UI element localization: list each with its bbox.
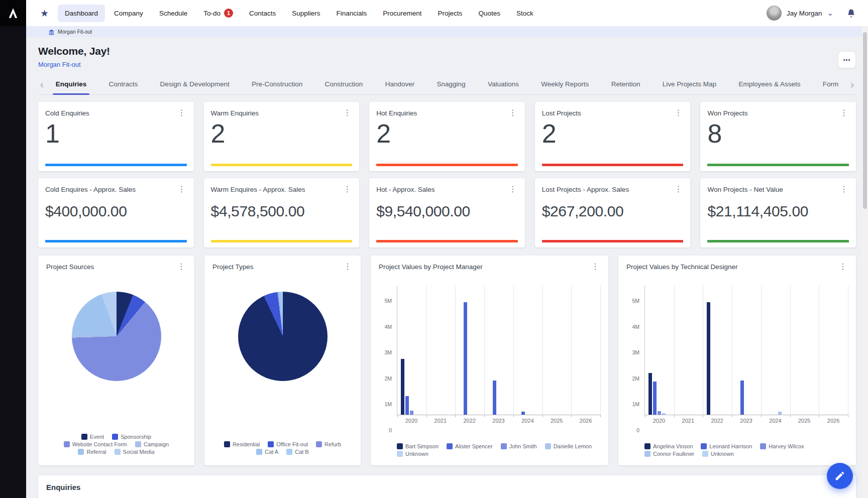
kebab-menu-icon[interactable]: ⋮ bbox=[177, 109, 187, 116]
scrollbar-thumb[interactable] bbox=[863, 32, 867, 209]
legend-item-unknown[interactable]: Unknown bbox=[702, 451, 734, 457]
edit-fab[interactable] bbox=[827, 463, 853, 489]
legend-item-connor-faulkner[interactable]: Connor Faulkner bbox=[644, 451, 694, 457]
more-options-button[interactable]: ••• bbox=[838, 51, 856, 68]
scrollbar[interactable] bbox=[862, 26, 868, 498]
kebab-menu-icon[interactable]: ⋮ bbox=[673, 109, 683, 116]
kebab-menu-icon[interactable]: ⋮ bbox=[673, 186, 683, 193]
pie-chart bbox=[238, 292, 328, 381]
kebab-menu-icon[interactable]: ⋮ bbox=[177, 186, 187, 193]
legend-item-cat-b[interactable]: Cat B bbox=[286, 449, 309, 455]
tab-pre-construction[interactable]: Pre-Construction bbox=[247, 74, 307, 94]
tab-live-projects-map[interactable]: Live Projects Map bbox=[658, 74, 721, 94]
favorite-star-icon[interactable]: ★ bbox=[40, 8, 49, 19]
tab-handover[interactable]: Handover bbox=[380, 74, 420, 94]
bell-icon[interactable] bbox=[846, 9, 856, 18]
legend-item-social-media[interactable]: Social Media bbox=[115, 449, 155, 455]
bar-bart-simpson bbox=[401, 359, 404, 415]
legend-item-leonard-harrison[interactable]: Leonard Harrison bbox=[701, 443, 752, 449]
legend-label: Bart Simpson bbox=[405, 443, 439, 449]
gridline bbox=[513, 286, 514, 415]
kebab-menu-icon[interactable]: ⋮ bbox=[343, 263, 353, 270]
tab-construction[interactable]: Construction bbox=[320, 74, 368, 94]
legend-swatch bbox=[545, 443, 551, 449]
tab-weekly-reports[interactable]: Weekly Reports bbox=[536, 74, 594, 94]
legend-label: Office Fit-out bbox=[276, 441, 308, 447]
kebab-menu-icon[interactable]: ⋮ bbox=[508, 186, 518, 193]
kebab-menu-icon[interactable]: ⋮ bbox=[590, 263, 600, 270]
legend-item-office-fit-out[interactable]: Office Fit-out bbox=[268, 441, 308, 447]
kebab-menu-icon[interactable]: ⋮ bbox=[342, 109, 352, 116]
nav-item-financials[interactable]: Financials bbox=[330, 5, 374, 22]
ellipsis-icon: ••• bbox=[843, 57, 851, 63]
legend-item-danielle-lemon[interactable]: Danielle Lemon bbox=[545, 443, 592, 449]
nav-item-contacts[interactable]: Contacts bbox=[242, 5, 283, 22]
legend-item-referral[interactable]: Referral bbox=[78, 449, 106, 455]
tab-snagging[interactable]: Snagging bbox=[432, 74, 471, 94]
tab-contracts[interactable]: Contracts bbox=[104, 74, 143, 94]
user-avatar[interactable] bbox=[767, 6, 782, 21]
nav-item-schedule[interactable]: Schedule bbox=[152, 5, 194, 22]
legend-item-campaign[interactable]: Campaign bbox=[135, 441, 169, 447]
bar-angelina-vinson bbox=[648, 373, 652, 415]
y-axis-tick-label: 1M bbox=[626, 401, 639, 407]
tab-valuations[interactable]: Valuations bbox=[483, 74, 524, 94]
breadcrumb-label[interactable]: Morgan Fit-out bbox=[58, 29, 92, 35]
tab-retention[interactable]: Retention bbox=[606, 74, 645, 94]
y-axis-tick-label: 4M bbox=[626, 324, 639, 330]
kebab-menu-icon[interactable]: ⋮ bbox=[508, 109, 518, 116]
kpi-row-values: Cold Enquires - Approx. Sales⋮$400,000.0… bbox=[38, 178, 856, 247]
legend-item-refurb[interactable]: Refurb bbox=[316, 441, 341, 447]
nav-item-label: Contacts bbox=[249, 10, 276, 17]
chart-title: Project Types bbox=[212, 263, 254, 271]
kebab-menu-icon[interactable]: ⋮ bbox=[839, 109, 849, 116]
x-axis-tick-label: 2024 bbox=[761, 418, 790, 424]
kebab-menu-icon[interactable]: ⋮ bbox=[176, 263, 186, 270]
nav-item-suppliers[interactable]: Suppliers bbox=[285, 5, 327, 22]
nav-item-procurement[interactable]: Procurement bbox=[376, 5, 428, 22]
tabs-scroll-right-icon[interactable]: › bbox=[848, 79, 856, 89]
legend-item-alister-spencer[interactable]: Alister Spencer bbox=[447, 443, 493, 449]
legend-item-angelina-vinson[interactable]: Angelina Vinson bbox=[644, 443, 693, 449]
tab-employees-assets[interactable]: Employees & Assets bbox=[733, 74, 805, 94]
legend-item-website-contact-form[interactable]: Website Contact Form bbox=[64, 441, 127, 447]
tab-enquiries[interactable]: Enquiries bbox=[51, 74, 92, 94]
tab-label: Weekly Reports bbox=[541, 80, 589, 88]
legend-item-john-smith[interactable]: John Smith bbox=[501, 443, 537, 449]
legend-label: Referral bbox=[86, 449, 106, 455]
chevron-down-icon[interactable]: ⌄ bbox=[827, 11, 833, 15]
gridline bbox=[571, 286, 572, 415]
legend-swatch bbox=[268, 441, 274, 447]
project-link[interactable]: Morgan Fit-out bbox=[38, 61, 81, 68]
y-axis-tick-label: 3M bbox=[626, 349, 639, 355]
nav-item-stock[interactable]: Stock bbox=[509, 5, 540, 22]
nav-item-company[interactable]: Company bbox=[107, 5, 150, 22]
legend-item-cat-a[interactable]: Cat A bbox=[256, 449, 278, 455]
legend-swatch bbox=[224, 441, 230, 447]
legend-item-sponsorship[interactable]: Sponsorship bbox=[112, 434, 151, 440]
kebab-menu-icon[interactable]: ⋮ bbox=[342, 186, 352, 193]
kebab-menu-icon[interactable]: ⋮ bbox=[839, 186, 849, 193]
nav-item-dashboard[interactable]: Dashboard bbox=[58, 5, 105, 22]
kpi-card-cold-enquires-approx-sales: Cold Enquires - Approx. Sales⋮$400,000.0… bbox=[38, 178, 194, 247]
tabs-scroll-left-icon[interactable]: ‹ bbox=[38, 79, 46, 89]
x-axis-tick-label: 2020 bbox=[644, 418, 674, 424]
chart-card-head: Project Values by Project Manager⋮ bbox=[379, 263, 600, 271]
app-logo[interactable] bbox=[0, 0, 26, 26]
legend-item-residential[interactable]: Residential bbox=[224, 441, 260, 447]
kpi-card-title: Won Projects bbox=[707, 109, 747, 117]
legend-item-harvey-wilcox[interactable]: Harvey Wilcox bbox=[760, 443, 804, 449]
user-name[interactable]: Jay Morgan bbox=[787, 10, 822, 17]
kpi-row-counts: Cold Enquiries⋮1Warm Enquiries⋮2Hot Enqu… bbox=[38, 102, 856, 171]
bar-connor-faulkner bbox=[662, 413, 666, 415]
legend-item-event[interactable]: Event bbox=[81, 434, 104, 440]
kebab-menu-icon[interactable]: ⋮ bbox=[838, 263, 848, 270]
legend-item-unknown[interactable]: Unknown bbox=[397, 451, 428, 457]
axis-tick bbox=[761, 415, 762, 417]
nav-item-projects[interactable]: Projects bbox=[431, 5, 470, 22]
nav-item-to-do[interactable]: To-do1 bbox=[196, 4, 240, 23]
tab-design-development[interactable]: Design & Development bbox=[155, 74, 235, 94]
legend-item-bart-simpson[interactable]: Bart Simpson bbox=[397, 443, 439, 449]
tab-form[interactable]: Form bbox=[818, 74, 844, 94]
nav-item-quotes[interactable]: Quotes bbox=[471, 5, 507, 22]
